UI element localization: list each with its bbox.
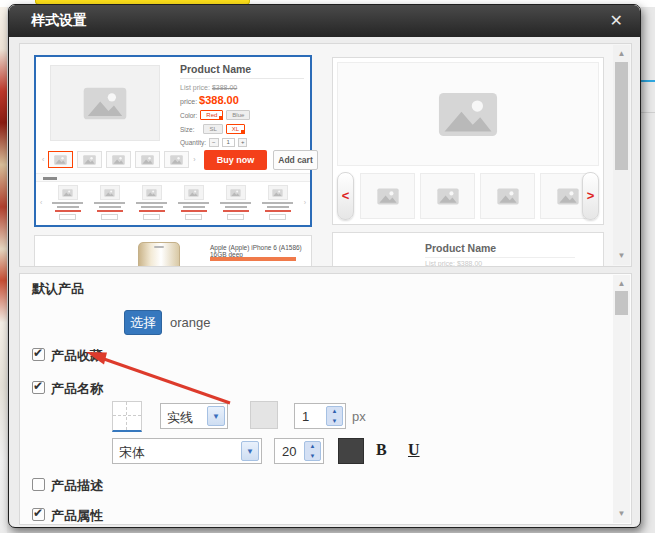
thumb-prev-icon: ‹ — [42, 156, 44, 163]
list-price-value: $388.00 — [212, 84, 237, 91]
chevron-down-icon[interactable]: ▼ — [207, 406, 225, 426]
mini-quantity-input — [101, 214, 118, 220]
border-width-stepper[interactable]: ▲ ▼ — [326, 406, 343, 426]
spin-up-icon[interactable]: ▲ — [327, 408, 342, 414]
color-chip-red: Red — [200, 110, 223, 120]
carousel-thumbnail — [480, 173, 535, 219]
price-line: price: $388.00 — [180, 94, 304, 106]
mini-quantity-input — [185, 214, 202, 220]
checkbox-product-name[interactable]: ✔ — [32, 381, 45, 394]
font-family-select[interactable]: 宋体 ▼ — [112, 438, 262, 464]
checkbox-product-description[interactable] — [32, 478, 45, 491]
style-settings-dialog: 样式设置 ✕ Product Name List price: $388.00 … — [8, 4, 641, 528]
dialog-titlebar: 样式设置 ✕ — [9, 5, 640, 37]
scrollbar-thumb[interactable] — [615, 62, 628, 170]
list-price-line: List price: $388.00 — [425, 260, 482, 267]
thumbnail-strip: ‹ › — [42, 151, 196, 168]
checkbox-product-description-label[interactable]: 产品描述 — [51, 477, 103, 495]
mini-product-cell — [258, 185, 297, 220]
mini-product-cell — [174, 185, 213, 220]
annotation-arrow — [80, 346, 245, 411]
mini-product-image — [184, 185, 204, 200]
thumbnail — [135, 151, 160, 168]
default-product-label: 默认产品 — [32, 280, 84, 298]
image-placeholder-icon — [83, 87, 127, 120]
select-product-button[interactable]: 选择 — [124, 310, 162, 335]
scroll-up-icon[interactable]: ▲ — [613, 277, 630, 291]
mini-product-grid — [48, 185, 297, 220]
checkbox-product-attributes-label[interactable]: 产品属性 — [51, 507, 103, 525]
carousel-strip: < > — [337, 171, 599, 221]
mini-product-image — [100, 185, 120, 200]
iphone-product-title: Apple (Apple) iPhone 6 (A1586) 16GB deep — [210, 244, 310, 258]
dialog-title: 样式设置 — [31, 12, 87, 30]
background-right-strip — [641, 7, 655, 533]
font-color-swatch[interactable] — [338, 438, 364, 464]
quantity-plus: + — [238, 138, 248, 147]
chevron-down-icon[interactable]: ▼ — [241, 441, 259, 461]
grid-next-icon: › — [304, 199, 306, 206]
background-gray-rule — [641, 112, 655, 113]
color-option-row: Color: Red Blue — [180, 110, 304, 120]
scroll-down-icon[interactable]: ▼ — [613, 507, 630, 521]
mini-product-cell — [48, 185, 87, 220]
thumbnail — [77, 151, 102, 168]
iphone-product-image — [138, 242, 180, 267]
image-placeholder-icon — [438, 92, 498, 137]
border-style-select[interactable]: 实线 ▼ — [160, 403, 228, 429]
thumbnail — [164, 151, 189, 168]
product-name: Product Name — [180, 63, 304, 79]
product-image-placeholder — [50, 65, 160, 141]
buy-now-button: Buy now — [204, 150, 267, 170]
bold-button[interactable]: B — [376, 441, 387, 459]
size-chip-sl: SL — [203, 124, 222, 134]
spin-down-icon[interactable]: ▼ — [305, 453, 320, 459]
checkbox-product-favorite[interactable]: ✔ — [32, 348, 45, 361]
quantity-minus: − — [209, 138, 219, 147]
font-size-stepper[interactable]: ▲ ▼ — [304, 441, 321, 461]
checkbox-product-attributes[interactable]: ✔ — [32, 508, 45, 521]
mini-product-image — [142, 185, 162, 200]
underline-button[interactable]: U — [408, 441, 420, 459]
border-position-selector[interactable] — [112, 401, 142, 432]
mini-product-image — [268, 185, 288, 200]
template-card-selected[interactable]: Product Name List price: $388.00 price: … — [34, 55, 312, 227]
quantity-value: 1 — [222, 138, 235, 147]
border-width-unit: px — [352, 409, 366, 424]
related-products-header — [36, 173, 310, 182]
mini-quantity-input — [59, 214, 76, 220]
border-width-input[interactable]: 1 ▲ ▼ — [294, 403, 346, 429]
checkbox-product-favorite-label[interactable]: 产品收藏 — [51, 347, 103, 365]
mini-product-cell — [132, 185, 171, 220]
template-card-detail[interactable]: Product Name List price: $388.00 — [332, 232, 604, 267]
product-name: Product Name — [425, 242, 575, 258]
template-card-carousel[interactable]: < > — [332, 57, 604, 225]
font-size-input[interactable]: 20 ▲ ▼ — [274, 438, 324, 464]
thumbnail — [106, 151, 131, 168]
product-info-block: Product Name List price: $388.00 price: … — [180, 63, 304, 147]
preview-scrollbar: ▲ ▼ — [613, 45, 630, 265]
selected-product-value: orange — [170, 315, 210, 330]
border-color-swatch[interactable] — [250, 401, 278, 429]
mini-product-cell — [90, 185, 129, 220]
checkbox-product-name-label[interactable]: 产品名称 — [51, 380, 103, 398]
template-card-list[interactable]: Apple (Apple) iPhone 6 (A1586) 16GB deep — [34, 235, 312, 267]
scroll-up-icon[interactable]: ▲ — [613, 47, 630, 61]
close-icon[interactable]: ✕ — [610, 11, 623, 31]
settings-form-panel: 默认产品 选择 orange ✔ 产品收藏 ✔ 产品名称 实线 ▼ 1 ▲ ▼ … — [19, 273, 632, 525]
size-chip-xl: XL — [226, 124, 245, 134]
carousel-next-button: > — [582, 172, 599, 220]
mini-product-image — [58, 185, 78, 200]
add-cart-button: Add cart — [273, 150, 318, 170]
price-value: $388.00 — [199, 94, 239, 106]
mini-quantity-input — [143, 214, 160, 220]
template-preview-panel: Product Name List price: $388.00 price: … — [19, 43, 632, 267]
spin-down-icon[interactable]: ▼ — [327, 418, 342, 424]
spin-up-icon[interactable]: ▲ — [305, 443, 320, 449]
list-price-line: List price: $388.00 — [180, 84, 304, 91]
background-blue-rule — [641, 80, 655, 82]
mini-quantity-input — [269, 214, 286, 220]
scroll-down-icon[interactable]: ▼ — [613, 249, 630, 263]
thumb-next-icon: › — [193, 156, 195, 163]
scrollbar-thumb[interactable] — [615, 291, 628, 315]
